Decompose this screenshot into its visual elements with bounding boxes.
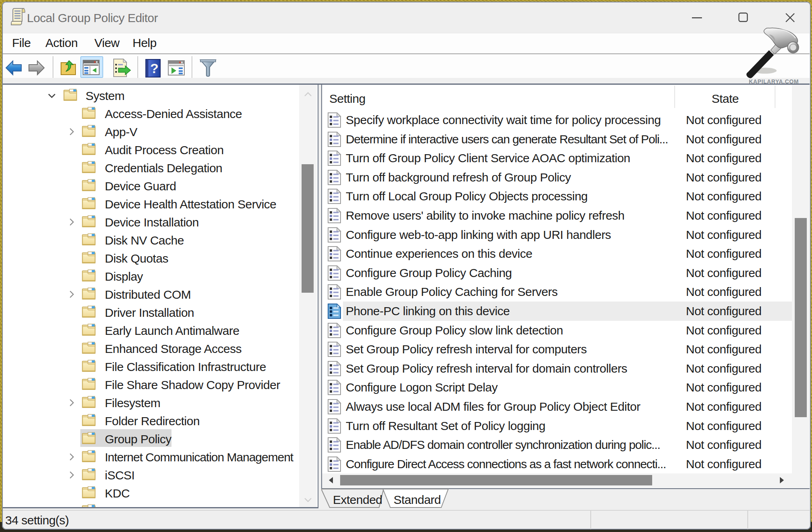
svg-text:?: ? — [150, 61, 159, 76]
